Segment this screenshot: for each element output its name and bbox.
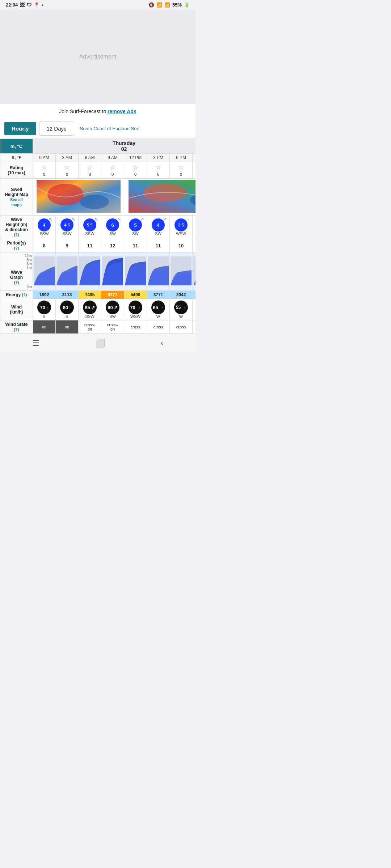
wind-3: 60↗ SW	[101, 299, 124, 320]
rating-0: ☆0	[33, 162, 56, 179]
photo-icon: 🖼	[20, 2, 25, 8]
wind-4: 70→ WSW	[124, 299, 147, 320]
time-7: 9 PM	[193, 154, 196, 162]
wave-graph-3	[101, 252, 124, 291]
wind-2: 85↗ SSW	[79, 299, 101, 320]
wave-4: 5↗ SW	[124, 216, 147, 239]
wave-3: 6↖ SW	[101, 216, 124, 239]
wind-state-6: cross	[170, 320, 193, 334]
rating-label: Rating(10 max)	[0, 162, 33, 179]
swell-map-label: SwellHeight MapSee allmaps	[0, 179, 33, 216]
tab-bar: Hourly 12 Days South Coast of England Su…	[0, 119, 196, 139]
day-header: Thursday 02	[33, 139, 196, 154]
wind-row: Wind(km/h) 70↑ S 80↑ S 85↗ SSW	[0, 299, 196, 320]
period-row: Period(s)(?) 8 9 11 12 11 11 10 9 9	[0, 239, 196, 252]
swell-map-row: SwellHeight MapSee allmaps	[0, 179, 196, 216]
shield-icon: 🛡	[27, 2, 31, 8]
time-5: 3 PM	[147, 154, 170, 162]
mute-icon: 🔇	[148, 2, 154, 8]
energy-label: Energy (?)	[0, 291, 33, 299]
wind-5: 65→ W	[147, 299, 170, 320]
wind-state-2: cross-on	[79, 320, 101, 334]
battery-icon: 🔋	[184, 2, 190, 8]
remove-ads-link[interactable]: remove Ads	[108, 109, 136, 114]
energy-5: 3771	[147, 291, 170, 299]
advertisement-banner: Advertisement	[0, 10, 196, 104]
unit-row: ft, °F 0 AM 3 AM 6 AM 9 AM 12 PM 3 PM 6 …	[0, 154, 196, 162]
wind-state-row: Wind State(?) on on cross-on cross-on cr…	[0, 320, 196, 334]
wifi-icon: 📶	[156, 2, 162, 8]
energy-4: 5490	[124, 291, 147, 299]
join-text: Join Surf-Forecast to	[59, 109, 108, 114]
signal-icon: 📶	[164, 2, 170, 8]
time-4: 12 PM	[124, 154, 147, 162]
back-button[interactable]: ‹	[161, 339, 163, 348]
wind-state-7: cross	[193, 320, 196, 334]
time: 22:04	[6, 2, 18, 8]
surf-link[interactable]: South Coast of England Surf	[80, 126, 140, 131]
energy-3: 9277	[101, 291, 124, 299]
wind-0: 70↑ S	[33, 299, 56, 320]
unit-imperial: ft, °F	[0, 154, 33, 162]
wave-height-row: WaveHeight (m)& direction(?) 4↖ SSW 4.5↖…	[0, 216, 196, 239]
wind-6: 55→ W	[170, 299, 193, 320]
wave-1: 4.5↖ SSW	[56, 216, 79, 239]
wave-5: 4↗ SW	[147, 216, 170, 239]
wave-0: 4↖ SSW	[33, 216, 56, 239]
status-right: 🔇 📶 📶 55% 🔋	[148, 2, 190, 8]
period-4: 11	[124, 239, 147, 252]
rating-2: ☆0	[79, 162, 101, 179]
energy-6: 2042	[170, 291, 193, 299]
time-1: 3 AM	[56, 154, 79, 162]
wind-7: 55→ W	[193, 299, 196, 320]
period-5: 11	[147, 239, 170, 252]
rating-6: ☆0	[170, 162, 193, 179]
period-1: 9	[56, 239, 79, 252]
energy-0: 1892	[33, 291, 56, 299]
period-6: 10	[170, 239, 193, 252]
wave-graph-2	[79, 252, 101, 291]
swell-map-2	[124, 179, 196, 216]
rating-row: Rating(10 max) ☆0 ☆0 ☆0 ☆0 ☆0 ☆0 ☆0 ☆0 ☆…	[0, 162, 196, 179]
wave-6: 3.5→ WSW	[170, 216, 193, 239]
period-label: Period(s)(?)	[0, 239, 33, 252]
wind-state-4: cross	[124, 320, 147, 334]
day-header-row: m, °C Thursday 02 🔒	[0, 139, 196, 154]
period-2: 11	[79, 239, 101, 252]
time-0: 0 AM	[33, 154, 56, 162]
energy-1: 3113	[56, 291, 79, 299]
12days-tab[interactable]: 12 Days	[39, 122, 74, 136]
svg-point-1	[47, 184, 84, 205]
period-7: 9	[193, 239, 196, 252]
unit-metric: m, °C	[0, 139, 33, 154]
wave-height-label: WaveHeight (m)& direction(?)	[0, 216, 33, 239]
wave-graph-4	[124, 252, 147, 291]
forecast-table: m, °C Thursday 02 🔒 ft, °F 0 AM 3 AM 6 A…	[0, 139, 196, 334]
wind-state-0: on	[33, 320, 56, 334]
wave-graph-6	[170, 252, 193, 291]
status-bar: 22:04 🖼 🛡 📍 • 🔇 📶 📶 55% 🔋	[0, 0, 196, 10]
rating-5: ☆0	[147, 162, 170, 179]
location-icon: 📍	[34, 2, 39, 8]
wave-graph-7	[193, 252, 196, 291]
menu-button[interactable]: ☰	[32, 339, 39, 348]
wind-state-label: Wind State(?)	[0, 320, 33, 334]
wave-graph-row: 10m 5m 3m 1m WaveGraph (?) 0m	[0, 252, 196, 291]
energy-2: 7495	[79, 291, 101, 299]
join-link-section: Join Surf-Forecast to remove Ads	[0, 104, 196, 119]
forecast-table-wrapper: m, °C Thursday 02 🔒 ft, °F 0 AM 3 AM 6 A…	[0, 139, 196, 334]
wave-graph-1	[56, 252, 79, 291]
time-2: 6 AM	[79, 154, 101, 162]
period-3: 12	[101, 239, 124, 252]
wind-label: Wind(km/h)	[0, 299, 33, 320]
bottom-nav: ☰ ⬜ ‹	[0, 334, 196, 352]
home-button[interactable]: ⬜	[95, 339, 105, 348]
wave-2: 5.5↖ SSW	[79, 216, 101, 239]
period-0: 8	[33, 239, 56, 252]
rating-3: ☆0	[101, 162, 124, 179]
wave-graph-5	[147, 252, 170, 291]
hourly-tab[interactable]: Hourly	[4, 122, 36, 135]
energy-row: Energy (?) 1892 3113 7495 9277 5490 3771…	[0, 291, 196, 299]
wind-1: 80↑ S	[56, 299, 79, 320]
time-3: 9 AM	[101, 154, 124, 162]
